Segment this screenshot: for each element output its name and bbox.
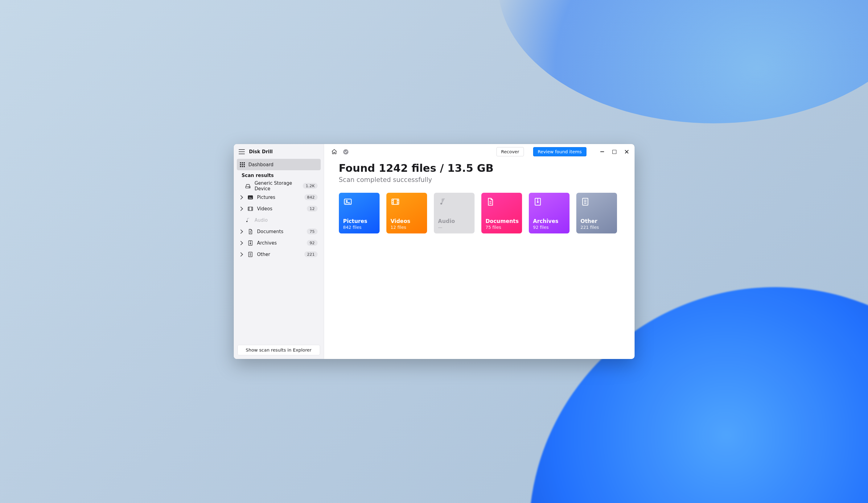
tile-title: Pictures: [343, 218, 375, 224]
count-badge: 221: [304, 252, 318, 257]
sidebar-item-documents[interactable]: Documents75: [237, 226, 321, 237]
show-in-explorer-button[interactable]: Show scan results in Explorer: [237, 345, 320, 355]
tile-videos[interactable]: Videos12 files: [386, 193, 427, 234]
check-circle-icon: [343, 149, 349, 154]
svg-point-2: [249, 196, 250, 197]
svg-rect-6: [250, 243, 251, 244]
topbar: Recover Review found items: [324, 144, 634, 160]
chevron-right-icon: [238, 195, 243, 199]
film-icon: [247, 206, 254, 212]
maximize-icon[interactable]: [612, 150, 617, 154]
count-badge: 92: [307, 240, 318, 246]
sidebar-item-label: Pictures: [257, 195, 301, 200]
tile-pictures[interactable]: Pictures842 files: [339, 193, 380, 234]
image-icon: [247, 194, 254, 201]
tile-subtitle: 92 files: [533, 225, 565, 230]
scan-results-tree: Generic Storage Device1.2KPictures842Vid…: [237, 180, 321, 260]
category-tiles: Pictures842 filesVideos12 filesAudio—Doc…: [339, 193, 620, 234]
count-badge: 842: [304, 194, 318, 200]
tile-subtitle: 12 files: [391, 225, 423, 230]
count-badge: 75: [307, 228, 318, 234]
chevron-right-icon: [238, 229, 243, 234]
tile-title: Documents: [486, 218, 518, 224]
tile-archives[interactable]: Archives92 files: [529, 193, 569, 234]
menu-icon[interactable]: [239, 149, 245, 154]
sidebar-item-label: Archives: [257, 240, 303, 246]
tile-documents[interactable]: Documents75 files: [481, 193, 522, 234]
sidebar-item-label: Generic Storage Device: [255, 181, 299, 192]
sidebar-section-label: Scan results: [237, 170, 321, 180]
minimize-icon[interactable]: [600, 150, 604, 154]
chevron-right-icon: [238, 240, 243, 245]
results-subhead: Scan completed successfully: [339, 176, 620, 184]
documents-icon: [486, 197, 495, 206]
sidebar-item-pictures[interactable]: Pictures842: [237, 192, 321, 203]
drive-icon: [245, 183, 251, 189]
svg-rect-8: [344, 199, 351, 204]
sidebar-item-label: Dashboard: [249, 162, 273, 167]
note-icon: [245, 217, 251, 223]
count-badge: 12: [307, 206, 318, 212]
svg-point-4: [246, 221, 247, 222]
sidebar-item-dashboard[interactable]: Dashboard: [237, 159, 321, 170]
videos-icon: [391, 197, 400, 206]
sidebar-header: Disk Drill: [237, 146, 321, 159]
review-found-items-button[interactable]: Review found items: [533, 147, 587, 156]
archive-icon: [247, 240, 254, 246]
tile-title: Other: [581, 218, 613, 224]
tile-subtitle: —: [438, 225, 470, 230]
window-controls: [600, 150, 629, 154]
tile-audio[interactable]: Audio—: [434, 193, 475, 234]
app-window: Disk Drill Dashboard Scan results Generi…: [234, 144, 634, 359]
sidebar-item-label: Audio: [255, 217, 318, 223]
chevron-right-icon: [238, 252, 243, 256]
tile-title: Videos: [391, 218, 423, 224]
svg-rect-3: [248, 207, 252, 211]
sidebar-item-label: Videos: [257, 206, 303, 212]
chevron-right-icon: [238, 206, 243, 211]
sidebar-item-generic-storage-device[interactable]: Generic Storage Device1.2K: [237, 180, 321, 192]
svg-rect-1: [248, 196, 252, 199]
archives-icon: [533, 197, 542, 206]
sidebar-item-videos[interactable]: Videos12: [237, 203, 321, 214]
home-icon[interactable]: [331, 148, 338, 155]
other-icon: [247, 252, 254, 257]
svg-point-0: [249, 187, 249, 187]
pictures-icon: [343, 197, 352, 206]
svg-rect-10: [392, 199, 399, 204]
close-icon[interactable]: [625, 150, 629, 154]
tile-subtitle: 842 files: [343, 225, 375, 230]
other-icon: [581, 197, 590, 206]
svg-point-13: [537, 202, 538, 203]
svg-point-11: [440, 203, 442, 204]
tile-other[interactable]: Other221 files: [576, 193, 617, 234]
sidebar-item-label: Other: [257, 252, 301, 257]
audio-icon: [438, 197, 447, 206]
tile-subtitle: 221 files: [581, 225, 613, 230]
main-area: Recover Review found items Found 1242 fi…: [324, 144, 634, 359]
tile-subtitle: 75 files: [486, 225, 518, 230]
tile-title: Archives: [533, 218, 565, 224]
sidebar-item-archives[interactable]: Archives92: [237, 237, 321, 248]
sidebar-item-other[interactable]: Other221: [237, 248, 321, 260]
results-headline: Found 1242 files / 13.5 GB: [339, 162, 620, 174]
sidebar: Disk Drill Dashboard Scan results Generi…: [234, 144, 324, 359]
count-badge: 1.2K: [303, 183, 317, 189]
dashboard-icon: [240, 162, 245, 167]
recover-button[interactable]: Recover: [496, 147, 524, 156]
content: Found 1242 files / 13.5 GB Scan complete…: [324, 160, 634, 234]
tile-title: Audio: [438, 218, 470, 224]
sidebar-item-label: Documents: [257, 229, 303, 234]
file-icon: [247, 228, 254, 235]
sidebar-item-audio[interactable]: Audio: [237, 214, 321, 226]
app-title: Disk Drill: [249, 149, 273, 154]
svg-point-9: [346, 201, 347, 202]
